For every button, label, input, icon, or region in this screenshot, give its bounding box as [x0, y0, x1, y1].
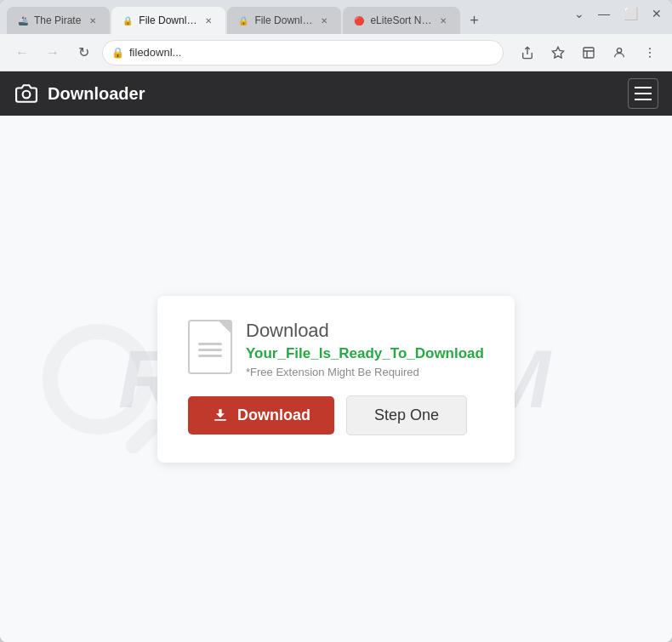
download-button[interactable]: Download	[188, 396, 334, 435]
lock-icon: 🔒	[111, 47, 124, 59]
tab-3-favicon: 🔒	[237, 14, 249, 26]
site-navbar: Downloader	[0, 71, 672, 116]
hamburger-menu[interactable]	[628, 78, 658, 109]
magnifier-circle	[43, 324, 153, 435]
tab-3-title: File Downl…	[254, 14, 312, 26]
back-button[interactable]: ←	[10, 41, 34, 65]
tab-3-close[interactable]: ✕	[317, 14, 331, 27]
tab-bar: 🚢 The Pirate ✕ 🔒 File Downl… ✕ 🔒 File Do…	[0, 0, 672, 34]
hamburger-line-3	[635, 99, 652, 100]
chevron-icon[interactable]: ⌄	[574, 7, 584, 20]
card-filename: Your_File_Is_Ready_To_Download	[246, 345, 484, 362]
svg-rect-0	[584, 48, 594, 58]
card-actions: Download Step One	[188, 395, 467, 435]
minimize-button[interactable]: —	[598, 7, 610, 20]
svg-point-1	[617, 48, 621, 52]
new-tab-button[interactable]: +	[462, 9, 486, 32]
watermark-magnifier	[43, 324, 153, 435]
camera-icon	[14, 81, 39, 106]
tab-1-close[interactable]: ✕	[86, 14, 100, 27]
tab-4-title: eLiteSort N…	[370, 14, 431, 26]
browser-controls: ← → ↻ 🔒 filedownl...	[0, 34, 672, 71]
toolbar-icons	[515, 41, 662, 65]
file-icon-lines	[198, 343, 222, 357]
profile-icon[interactable]	[607, 41, 631, 65]
file-icon	[188, 320, 232, 374]
hamburger-line-2	[635, 93, 652, 94]
address-text: filedownl...	[129, 46, 494, 59]
tab-4-close[interactable]: ✕	[436, 14, 450, 27]
download-icon	[212, 406, 229, 423]
window-controls: ⌄ — ⬜ ✕	[574, 7, 662, 20]
menu-icon[interactable]	[638, 41, 662, 65]
svg-point-3	[649, 52, 651, 54]
tab-3[interactable]: 🔒 File Downl… ✕	[227, 7, 341, 34]
card-top: Download Your_File_Is_Ready_To_Download …	[188, 320, 484, 378]
tab-1-favicon: 🚢	[17, 14, 29, 26]
tab-1[interactable]: 🚢 The Pirate ✕	[7, 7, 110, 34]
bookmark-icon[interactable]	[546, 41, 570, 65]
tab-2-close[interactable]: ✕	[202, 14, 215, 27]
file-line-2	[198, 349, 222, 351]
reader-icon[interactable]	[577, 41, 601, 65]
refresh-button[interactable]: ↻	[71, 41, 95, 65]
brand-name: Downloader	[48, 84, 145, 104]
tab-4-favicon: 🔴	[353, 14, 365, 26]
hamburger-line-1	[635, 87, 652, 88]
main-content: RISK.COM Download Your_File_Is	[0, 116, 672, 642]
svg-point-2	[649, 48, 651, 49]
download-card: Download Your_File_Is_Ready_To_Download …	[157, 296, 515, 463]
tab-2[interactable]: 🔒 File Downl… ✕	[111, 7, 225, 34]
download-button-label: Download	[237, 406, 310, 424]
step-button-label: Step One	[374, 406, 439, 423]
card-note: *Free Extension Might Be Required	[246, 366, 484, 378]
file-line-1	[198, 343, 222, 345]
card-info: Download Your_File_Is_Ready_To_Download …	[246, 320, 484, 378]
webpage: Downloader RISK.COM	[0, 71, 672, 642]
svg-point-4	[649, 55, 651, 57]
tab-1-title: The Pirate	[34, 14, 81, 26]
file-line-3	[198, 355, 222, 357]
site-brand: Downloader	[14, 81, 145, 106]
card-title: Download	[246, 320, 484, 342]
maximize-button[interactable]: ⬜	[624, 7, 638, 20]
svg-point-5	[23, 91, 31, 99]
forward-button[interactable]: →	[41, 41, 65, 65]
browser-window: 🚢 The Pirate ✕ 🔒 File Downl… ✕ 🔒 File Do…	[0, 0, 672, 642]
tab-4[interactable]: 🔴 eLiteSort N… ✕	[343, 7, 460, 34]
share-icon[interactable]	[515, 41, 539, 65]
tab-2-favicon: 🔒	[122, 14, 134, 26]
close-button[interactable]: ✕	[652, 7, 662, 20]
step-one-button[interactable]: Step One	[346, 395, 467, 435]
address-bar[interactable]: 🔒 filedownl...	[102, 40, 504, 65]
tab-2-title: File Downl…	[139, 14, 196, 26]
